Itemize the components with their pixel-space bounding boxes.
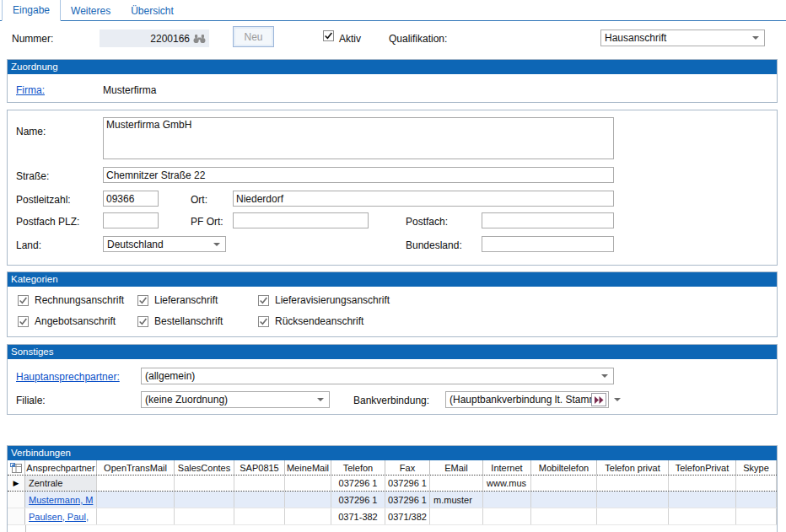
- address-form-window: EingabeWeiteresÜbersicht Nummer: 2200166…: [0, 0, 786, 532]
- neu-button[interactable]: Neu: [233, 26, 274, 47]
- current-row-marker-icon[interactable]: ▶: [8, 476, 25, 491]
- table-cell[interactable]: [234, 492, 285, 508]
- kategorie-checkbox[interactable]: [258, 316, 269, 327]
- table-cell[interactable]: [97, 476, 175, 491]
- table-cell[interactable]: [483, 508, 531, 524]
- table-customize-icon[interactable]: [8, 460, 25, 475]
- kategorie-item: Lieferanschrift: [137, 294, 218, 306]
- kategorie-checkbox[interactable]: [137, 295, 148, 306]
- nummer-field[interactable]: 2200166: [100, 30, 209, 47]
- kategorie-checkbox[interactable]: [137, 316, 148, 327]
- column-header-meinemail[interactable]: MeineMail: [285, 460, 331, 475]
- table-cell[interactable]: [97, 508, 175, 524]
- table-row[interactable]: ▶Zentrale037296 1037296 1www.mus: [8, 475, 777, 492]
- column-header-telefonprivat[interactable]: TelefonPrivat: [669, 460, 736, 475]
- binoculars-icon[interactable]: [193, 34, 206, 44]
- hauptansprechpartner-link[interactable]: Hauptansprechpartner:: [16, 371, 120, 383]
- table-cell[interactable]: [234, 508, 285, 524]
- column-header-telefon[interactable]: Telefon: [331, 460, 385, 475]
- kategorie-item: Bestellanschrift: [137, 315, 223, 327]
- table-cell[interactable]: [531, 492, 597, 508]
- table-cell[interactable]: 037296 1: [331, 492, 385, 508]
- filiale-dropdown[interactable]: (keine Zuordnung): [141, 391, 330, 408]
- table-cell[interactable]: [531, 476, 597, 491]
- column-header-opentransmail[interactable]: OpenTransMail: [97, 460, 175, 475]
- table-cell[interactable]: [597, 476, 669, 491]
- pf-ort-input[interactable]: [233, 212, 369, 228]
- column-header-fax[interactable]: Fax: [385, 460, 430, 475]
- name-input[interactable]: Musterfirma GmbH: [103, 117, 614, 159]
- land-dropdown[interactable]: Deutschland: [103, 236, 226, 252]
- hauptansprechpartner-dropdown[interactable]: (allgemein): [141, 368, 614, 384]
- sonstiges-section: Sonstiges Hauptansprechpartner: (allgeme…: [7, 344, 778, 415]
- table-cell[interactable]: [736, 492, 777, 508]
- aktiv-checkbox[interactable]: [323, 30, 334, 41]
- table-cell[interactable]: [234, 476, 285, 491]
- table-cell[interactable]: www.mus: [483, 476, 531, 491]
- contact-name-cell[interactable]: Mustermann, M: [25, 492, 97, 508]
- sonstiges-section-header: Sonstiges: [8, 345, 777, 359]
- table-cell[interactable]: [483, 492, 531, 508]
- table-cell[interactable]: [669, 492, 736, 508]
- column-header-email[interactable]: EMail: [430, 460, 483, 475]
- qualifikation-dropdown[interactable]: Hausanschrift: [600, 30, 765, 46]
- column-header-sap0815[interactable]: SAP0815: [234, 460, 285, 475]
- bankverbindung-combo[interactable]: (Hauptbankverbindung lt. Stamm: [445, 391, 609, 408]
- column-header-mobiltelefon[interactable]: Mobiltelefon: [531, 460, 597, 475]
- column-header-ansprechpartner[interactable]: Ansprechpartner: [25, 460, 97, 475]
- bundesland-input[interactable]: [482, 236, 614, 252]
- table-cell[interactable]: 0371/382: [385, 508, 430, 524]
- table-cell[interactable]: [285, 508, 331, 524]
- table-cell[interactable]: [285, 476, 331, 491]
- column-header-internet[interactable]: Internet: [483, 460, 531, 475]
- table-cell[interactable]: 0371-382: [331, 508, 385, 524]
- plz-input[interactable]: [103, 191, 159, 207]
- table-cell[interactable]: [597, 492, 669, 508]
- pf-plz-input[interactable]: [103, 212, 159, 228]
- kategorie-item: Lieferavisierungsanschrift: [258, 294, 390, 306]
- bankverbindung-dropdown-arrow[interactable]: [611, 391, 623, 408]
- ort-input[interactable]: [233, 191, 614, 207]
- contact-link[interactable]: Paulsen, Paul,: [29, 512, 89, 522]
- tab-weiteres[interactable]: Weiteres: [61, 2, 121, 21]
- table-cell[interactable]: [669, 508, 736, 524]
- table-cell[interactable]: 037296 1: [385, 492, 430, 508]
- contact-name-cell[interactable]: Zentrale: [25, 476, 97, 491]
- table-cell[interactable]: [736, 476, 777, 491]
- contact-link[interactable]: Mustermann, M: [29, 495, 93, 505]
- table-cell[interactable]: [175, 508, 234, 524]
- table-cell[interactable]: 037296 1: [331, 476, 385, 491]
- kategorie-checkbox[interactable]: [258, 295, 269, 306]
- table-cell[interactable]: [430, 476, 483, 491]
- table-cell[interactable]: m.muster: [430, 492, 483, 508]
- tab-eingabe[interactable]: Eingabe: [2, 0, 61, 21]
- table-cell[interactable]: [430, 508, 483, 524]
- table-cell[interactable]: [531, 508, 597, 524]
- column-header-skype[interactable]: Skype: [736, 460, 777, 475]
- table-cell[interactable]: 037296 1: [385, 476, 430, 491]
- verbindungen-table: AnsprechpartnerOpenTransMailSalesContesS…: [8, 460, 777, 532]
- tab--bersicht[interactable]: Übersicht: [121, 2, 184, 21]
- kategorie-checkbox[interactable]: [18, 295, 29, 306]
- table-cell[interactable]: [597, 508, 669, 524]
- firma-link[interactable]: Firma:: [16, 84, 45, 96]
- forward-icon[interactable]: [591, 393, 606, 406]
- strasse-input[interactable]: [103, 167, 614, 183]
- column-header-salescontes[interactable]: SalesContes: [175, 460, 234, 475]
- contact-name-cell[interactable]: Paulsen, Paul,: [25, 508, 97, 524]
- kategorie-checkbox[interactable]: [18, 316, 29, 327]
- table-cell[interactable]: [175, 476, 234, 491]
- kategorie-item: Rechnungsanschrift: [18, 294, 124, 306]
- row-selector[interactable]: [8, 492, 25, 508]
- table-cell[interactable]: [285, 492, 331, 508]
- postfach-input[interactable]: [482, 212, 614, 228]
- table-row[interactable]: Mustermann, M037296 1037296 1m.muster: [8, 492, 777, 508]
- table-cell[interactable]: [736, 508, 777, 524]
- row-selector[interactable]: [8, 508, 25, 524]
- table-cell[interactable]: [669, 476, 736, 491]
- chevron-down-icon: [213, 243, 220, 246]
- table-row[interactable]: Paulsen, Paul,0371-3820371/382: [8, 508, 777, 525]
- column-header-telefon-privat[interactable]: Telefon privat: [597, 460, 669, 475]
- table-cell[interactable]: [97, 492, 175, 508]
- table-cell[interactable]: [175, 492, 234, 508]
